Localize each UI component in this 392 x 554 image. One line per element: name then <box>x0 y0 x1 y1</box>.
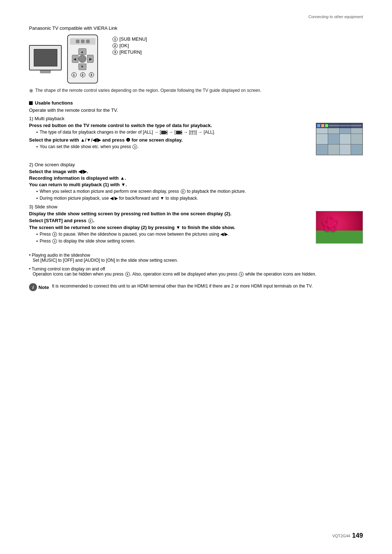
menu-label-2: [OK] <box>119 43 129 48</box>
step2-bullet: • You can set the slide show etc. when y… <box>36 144 310 150</box>
inline-circle-2a: 2 <box>181 189 185 194</box>
turning-control-text: Operation icons can be hidden when you p… <box>33 272 363 277</box>
step4-bullet1: • Press 2 to pause. When the slideshow i… <box>36 232 310 237</box>
viera-section: Panasonic TV compatible with VIERA Link <box>29 25 363 94</box>
bullet-dot-5: • <box>36 232 38 237</box>
step1-bullet: • The type of data for playback changes … <box>36 130 310 135</box>
inline-circle-1c: 1 <box>239 272 244 277</box>
dpad-center-button <box>78 55 86 63</box>
section-square-icon <box>29 101 33 105</box>
menu-label-3: [RETURN] <box>119 49 142 55</box>
bullet-dot-4: • <box>36 196 38 201</box>
asterisk-symbol: ※ <box>29 88 33 94</box>
menu-circle-2: 2 <box>113 43 118 48</box>
step2-instruction: Select the picture with ▲/▼/◀/▶ and pres… <box>29 137 363 143</box>
page-category-label: Connecting to other equipment <box>309 15 363 19</box>
viera-title: Panasonic TV compatible with VIERA Link <box>29 25 363 31</box>
step4-instruction2: Select [START] and press 2. <box>29 218 363 223</box>
step4-instruction3: The screen will be returned to one scree… <box>29 225 363 230</box>
thumbnail-grid-box <box>316 123 363 155</box>
section2-label: 2) One screen display <box>29 162 363 167</box>
step2-bold-text: Select the picture with ▲/▼/◀/▶ and pres… <box>29 137 183 143</box>
menu-item-1: 1 [SUB MENU] <box>113 36 147 42</box>
menu-circle-3: 3 <box>113 50 118 55</box>
playing-audio-block: • Playing audio in the slideshow Set [MU… <box>29 253 363 263</box>
menu-label-1: [SUB MENU] <box>119 36 147 42</box>
page-footer: VQT2G44 149 <box>332 532 363 539</box>
flower-image: ❀ <box>316 211 363 244</box>
step3-bullet2-text: During motion picture playback, use ◀/▶ … <box>40 196 198 201</box>
camera-icon <box>161 131 166 134</box>
video-icon <box>176 131 181 134</box>
bullet-dot-6: • <box>36 239 38 244</box>
thumbnail-top-bar <box>316 123 363 128</box>
menu-item-2: 2 [OK] <box>113 43 147 48</box>
playing-audio-label: • Playing audio in the slideshow <box>29 253 363 258</box>
inline-circle-2c: 2 <box>52 232 57 237</box>
slide-show-block: ❀ Display the slide show setting screen … <box>29 211 363 247</box>
step1-bold-text: Press red button on the TV remote contro… <box>29 123 212 128</box>
turning-control-block: • Turning control icon display on and of… <box>29 266 363 277</box>
bullet-dot-1: • <box>36 130 38 135</box>
step3-bold1: Select the image with ◀/▶. <box>29 169 88 174</box>
note-content: It is recommended to connect this unit t… <box>52 283 313 289</box>
step1-instruction: Press red button on the TV remote contro… <box>29 123 363 128</box>
grid-icon <box>191 131 195 134</box>
bullet-dot-2: • <box>36 144 38 150</box>
note-label: Note <box>38 285 49 290</box>
usable-functions-label: Usable functions <box>35 100 73 106</box>
operate-text: Operate with the remote control for the … <box>29 107 363 113</box>
tv-stand <box>40 70 51 73</box>
step4-instruction1: Display the slide show setting screen by… <box>29 211 363 216</box>
tv-screen <box>34 49 57 66</box>
step1-bullet-text: The type of data for playback changes in… <box>40 130 215 135</box>
step3-bold2: Recording information is displayed with … <box>29 175 126 181</box>
asterisk-note-text: The shape of the remote control varies d… <box>35 88 261 93</box>
circle-3: 3 <box>89 72 94 77</box>
asterisk-note: ※ The shape of the remote control varies… <box>29 88 363 94</box>
tv-remote-diagram: ▲ ▼ ◀ ▶ 1 <box>29 34 98 83</box>
step4-bullet2: • Press 1 to display the slide show sett… <box>36 239 310 244</box>
turning-control-label: • Turning control icon display on and of… <box>29 266 363 272</box>
step3-instruction2: Recording information is displayed with … <box>29 175 363 181</box>
step4-bold3: The screen will be returned to one scree… <box>29 225 235 230</box>
page-code: VQT2G44 <box>332 534 350 538</box>
usable-functions-section: Usable functions Operate with the remote… <box>29 100 363 277</box>
section1-label: 1) Multi playback <box>29 116 363 121</box>
step4-bullet1-text: Press 2 to pause. When the slideshow is … <box>40 232 229 237</box>
step3-instruction1: Select the image with ◀/▶. <box>29 169 363 174</box>
inline-circle-1: 1 <box>132 144 137 149</box>
bullet-dot-3: • <box>36 189 38 194</box>
step4-bold1: Display the slide show setting screen by… <box>29 211 232 216</box>
step3-bullet1: • When you select a motion picture and p… <box>36 189 363 194</box>
step4-bold2: Select [START] and press 2. <box>29 218 94 223</box>
multi-playback-block: Press red button on the TV remote contro… <box>29 123 363 159</box>
step3-bullet1-text: When you select a motion picture and per… <box>40 189 246 194</box>
menu-circle-1: 1 <box>113 37 118 42</box>
note-text: It is recommended to connect this unit t… <box>52 284 313 289</box>
step2-bullet-text: You can set the slide show etc. when you… <box>40 144 139 149</box>
circle-2: 2 <box>80 72 85 77</box>
multi-playback-thumbnail <box>316 123 363 155</box>
step3-instruction3: You can return to multi playback (1) wit… <box>29 182 363 187</box>
remote-dpad: ▲ ▼ ◀ ▶ <box>72 48 94 70</box>
page-number: 149 <box>352 532 363 539</box>
note-section: i Note It is recommended to connect this… <box>29 283 363 291</box>
usable-functions-heading: Usable functions <box>29 100 363 106</box>
menu-item-3: 3 [RETURN] <box>113 49 147 55</box>
inline-circle-3: 3 <box>125 272 130 277</box>
playing-audio-text: Set [MUSIC] to [OFF] and [AUDIO] to [ON]… <box>33 258 363 263</box>
diagram-row: ▲ ▼ ◀ ▶ 1 <box>29 34 363 83</box>
section3-label: 3) Slide show <box>29 204 363 209</box>
inline-circle-1b: 1 <box>52 239 57 244</box>
remote-number-labels: 1 2 3 <box>72 72 94 77</box>
menu-list: 1 [SUB MENU] 2 [OK] 3 [RETURN] <box>113 36 147 56</box>
note-icon: i <box>29 283 37 291</box>
tv-illustration <box>29 45 62 73</box>
step3-bullet2: • During motion picture playback, use ◀/… <box>36 196 363 201</box>
step4-bullet2-text: Press 1 to display the slide show settin… <box>40 239 135 244</box>
remote-control-diagram: ▲ ▼ ◀ ▶ 1 <box>67 34 98 83</box>
flower-icon: ❀ <box>322 213 340 235</box>
slideshow-thumbnail: ❀ <box>316 211 363 244</box>
note-header: i Note <box>29 283 49 291</box>
